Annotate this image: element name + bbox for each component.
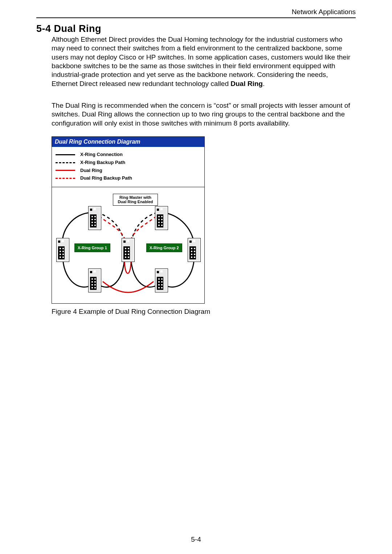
- figure-title-bar: Dual Ring Connection Diagram: [52, 137, 204, 147]
- legend-swatch-black-dash: [56, 162, 75, 163]
- switch-node-icon: [56, 238, 69, 262]
- header-rule: [36, 17, 356, 18]
- running-header: Network Applications: [36, 8, 356, 17]
- ring-master-label-line1: Ring Master with: [119, 195, 151, 200]
- paragraph-1-bold: Dual Ring: [230, 80, 263, 87]
- switch-node-icon: [88, 206, 101, 230]
- legend-row-xring-backup: X-Ring Backup Path: [56, 160, 201, 166]
- figure-caption: Figure 4 Example of Dual Ring Connection…: [52, 307, 356, 316]
- figure-diagram: Ring Master with Dual Ring Enabled X-Rin…: [52, 187, 204, 303]
- section-title: Dual Ring: [54, 23, 102, 34]
- group-2-label: X-Ring Group 2: [146, 243, 182, 252]
- paragraph-1-tail: .: [263, 80, 265, 87]
- switch-node-icon: [122, 238, 135, 262]
- legend-row-dualring: Dual Ring: [56, 168, 201, 174]
- switch-node-icon: [188, 238, 201, 262]
- ring-master-label-line2: Dual Ring Enabled: [118, 200, 153, 204]
- legend-row-dualring-backup: Dual Ring Backup Path: [56, 175, 201, 181]
- legend-label: Dual Ring Backup Path: [80, 175, 132, 181]
- page-number: 5-4: [0, 535, 392, 543]
- section-heading: 5-4 Dual Ring: [36, 23, 356, 34]
- paragraph-2: The Dual Ring is recommended when the co…: [52, 101, 356, 128]
- switch-node-icon: [88, 268, 101, 292]
- legend-row-xring: X-Ring Connection: [56, 152, 201, 158]
- legend-swatch-red-solid: [56, 170, 75, 171]
- legend-swatch-black-solid: [56, 154, 75, 155]
- ring-master-label: Ring Master with Dual Ring Enabled: [113, 194, 158, 206]
- legend-swatch-red-dash: [56, 178, 75, 179]
- paragraph-1-text: Although Ethernet Direct provides the Du…: [52, 36, 350, 87]
- legend-label: Dual Ring: [80, 168, 102, 174]
- figure-box: Dual Ring Connection Diagram X-Ring Conn…: [52, 136, 205, 304]
- legend-label: X-Ring Connection: [80, 152, 123, 158]
- paragraph-1: Although Ethernet Direct provides the Du…: [52, 35, 356, 88]
- section-number: 5-4: [36, 23, 51, 34]
- figure-legend: X-Ring Connection X-Ring Backup Path Dua…: [52, 147, 204, 187]
- legend-label: X-Ring Backup Path: [80, 160, 125, 166]
- switch-node-icon: [155, 268, 168, 292]
- group-1-label: X-Ring Group 1: [74, 243, 110, 252]
- switch-node-icon: [155, 206, 168, 230]
